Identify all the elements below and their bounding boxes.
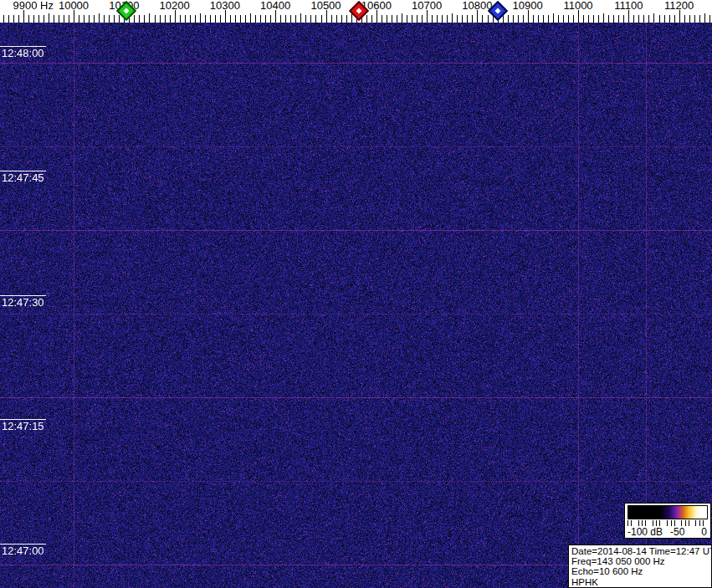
ruler-tick bbox=[623, 15, 624, 23]
ruler-tick bbox=[114, 15, 115, 23]
ruler-tick bbox=[467, 15, 468, 23]
ruler-tick bbox=[674, 15, 675, 23]
ruler-tick bbox=[689, 15, 690, 23]
marker-center bbox=[124, 8, 130, 13]
ruler-tick bbox=[310, 15, 311, 23]
ruler-tick bbox=[69, 15, 69, 23]
legend-mid-label: -50 bbox=[670, 526, 684, 538]
ruler-tick bbox=[633, 15, 634, 23]
ruler-tick bbox=[215, 15, 216, 23]
ruler-tick bbox=[230, 15, 231, 23]
ruler-tick bbox=[13, 15, 14, 23]
ruler-tick bbox=[160, 15, 161, 23]
time-label: 12:47:45 bbox=[2, 172, 44, 183]
ruler-tick bbox=[240, 15, 241, 23]
ruler-tick bbox=[402, 13, 402, 23]
ruler-tick bbox=[220, 15, 221, 23]
ruler-tick bbox=[488, 15, 489, 23]
freq-label: 10300 bbox=[210, 0, 240, 12]
ruler-tick bbox=[533, 15, 534, 23]
waterfall-display[interactable] bbox=[0, 23, 712, 588]
spectrum-waterfall-app: 9900 Hz100001010010200103001040010500106… bbox=[0, 0, 712, 588]
ruler-tick bbox=[38, 15, 39, 23]
ruler-tick bbox=[477, 10, 478, 23]
ruler-tick bbox=[432, 15, 433, 23]
ruler-tick bbox=[74, 10, 74, 23]
ruler-tick bbox=[472, 15, 473, 23]
ruler-tick bbox=[109, 15, 110, 23]
status-info-box: Date=2014-08-14 Time=12:47 UTC Freq=143 … bbox=[568, 545, 712, 588]
ruler-tick bbox=[563, 15, 564, 23]
ruler-tick bbox=[588, 15, 589, 23]
ruler-tick bbox=[573, 15, 574, 23]
ruler-tick bbox=[23, 10, 24, 23]
ruler-tick bbox=[8, 15, 9, 23]
ruler-tick bbox=[134, 15, 135, 23]
ruler-tick bbox=[553, 13, 554, 23]
ruler-tick bbox=[583, 15, 584, 23]
time-label: 12:47:15 bbox=[2, 421, 44, 432]
ruler-tick bbox=[49, 13, 49, 23]
ruler-tick bbox=[679, 10, 680, 23]
ruler-tick bbox=[255, 15, 256, 23]
legend-max-label: 0 bbox=[701, 526, 707, 538]
ruler-tick bbox=[558, 15, 559, 23]
freq-label: 11000 bbox=[563, 0, 592, 12]
ruler-tick bbox=[321, 15, 322, 23]
ruler-tick bbox=[331, 15, 332, 23]
ruler-tick bbox=[618, 15, 619, 23]
legend-tick-scale bbox=[627, 520, 708, 526]
ruler-tick bbox=[543, 15, 544, 23]
ruler-tick bbox=[3, 15, 4, 23]
ruler-tick bbox=[59, 15, 59, 23]
ruler-tick bbox=[653, 13, 654, 23]
ruler-tick bbox=[260, 15, 261, 23]
info-echo: Echo=10 600 Hz bbox=[571, 566, 711, 576]
frequency-ruler[interactable]: 9900 Hz100001010010200103001040010500106… bbox=[0, 0, 712, 23]
freq-label: 9900 Hz bbox=[13, 0, 53, 12]
ruler-tick bbox=[664, 15, 665, 23]
ruler-tick bbox=[568, 15, 569, 23]
freq-label: 10400 bbox=[260, 0, 290, 12]
ruler-tick bbox=[336, 15, 337, 23]
ruler-tick bbox=[341, 15, 342, 23]
ruler-tick bbox=[482, 15, 483, 23]
ruler-tick bbox=[528, 10, 529, 23]
info-callsign: HPHK bbox=[571, 577, 711, 587]
ruler-tick bbox=[175, 10, 176, 23]
ruler-tick bbox=[699, 15, 700, 23]
ruler-tick bbox=[523, 15, 524, 23]
freq-label: 10000 bbox=[59, 0, 89, 12]
ruler-tick bbox=[538, 15, 539, 23]
ruler-tick bbox=[397, 15, 397, 23]
ruler-tick bbox=[648, 15, 649, 23]
ruler-tick bbox=[608, 15, 609, 23]
ruler-tick bbox=[659, 15, 660, 23]
ruler-tick bbox=[28, 15, 29, 23]
ruler-tick bbox=[422, 15, 423, 23]
info-date-time: Date=2014-08-14 Time=12:47 UTC bbox=[571, 546, 711, 556]
ruler-tick bbox=[185, 15, 186, 23]
ruler-tick bbox=[376, 10, 377, 23]
ruler-tick bbox=[99, 13, 100, 23]
ruler-tick bbox=[190, 15, 191, 23]
ruler-tick bbox=[462, 15, 463, 23]
ruler-tick bbox=[170, 15, 171, 23]
ruler-tick bbox=[245, 15, 246, 23]
ruler-tick bbox=[195, 15, 196, 23]
ruler-tick bbox=[382, 15, 382, 23]
ruler-tick bbox=[407, 15, 407, 23]
ruler-tick bbox=[704, 13, 705, 23]
ruler-tick bbox=[628, 10, 629, 23]
ruler-tick bbox=[94, 15, 95, 23]
time-label: 12:47:30 bbox=[2, 297, 44, 308]
ruler-tick bbox=[250, 13, 251, 23]
ruler-tick bbox=[144, 15, 145, 23]
ruler-tick bbox=[387, 15, 387, 23]
ruler-tick bbox=[613, 15, 614, 23]
ruler-tick bbox=[694, 15, 695, 23]
ruler-tick bbox=[225, 10, 226, 23]
ruler-tick bbox=[412, 15, 412, 23]
ruler-tick bbox=[669, 15, 670, 23]
legend-labels: -100 dB -50 0 bbox=[627, 526, 708, 538]
